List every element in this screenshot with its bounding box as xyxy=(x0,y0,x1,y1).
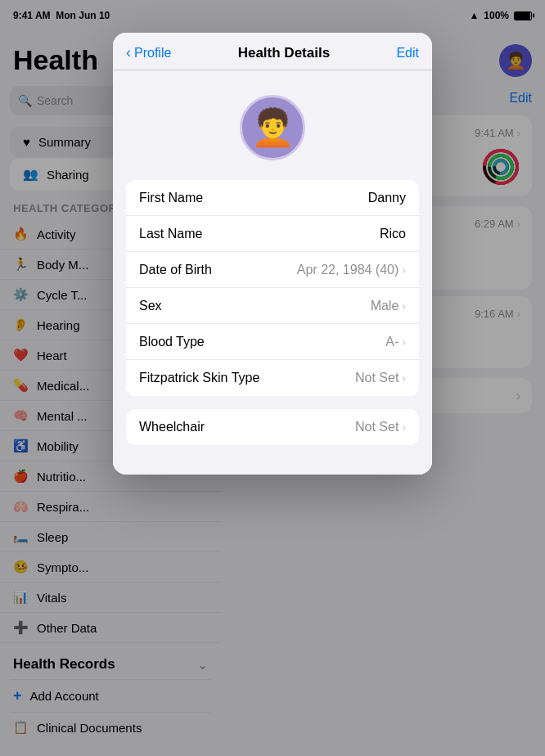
sex-value: Male xyxy=(371,299,399,313)
blood-type-value: A- xyxy=(385,335,399,349)
dob-label: Date of Birth xyxy=(139,263,212,277)
modal-title: Health Details xyxy=(238,45,330,61)
dob-row[interactable]: Date of Birth Apr 22, 1984 (40) › xyxy=(126,252,419,288)
back-chevron-icon: ‹ xyxy=(126,44,131,61)
last-name-value: Rico xyxy=(380,227,406,241)
blood-type-row[interactable]: Blood Type A- › xyxy=(126,324,419,360)
last-name-label: Last Name xyxy=(139,227,202,241)
wheelchair-label: Wheelchair xyxy=(139,420,205,434)
wheelchair-chevron-icon: › xyxy=(402,421,406,434)
wheelchair-row[interactable]: Wheelchair Not Set › xyxy=(126,409,419,445)
first-name-value: Danny xyxy=(368,191,406,205)
dob-chevron-icon: › xyxy=(402,263,406,277)
blood-type-chevron-icon: › xyxy=(402,335,406,349)
modal-form: First Name Danny Last Name Rico Date of … xyxy=(113,180,432,475)
wheelchair-section: Wheelchair Not Set › xyxy=(126,409,419,445)
skin-type-chevron-icon: › xyxy=(402,371,406,385)
modal-back-button[interactable]: ‹ Profile xyxy=(126,44,171,61)
modal-navbar: ‹ Profile Health Details Edit xyxy=(113,33,432,70)
modal-avatar: 🧑‍🦱 xyxy=(240,95,305,160)
basic-info-section: First Name Danny Last Name Rico Date of … xyxy=(126,180,419,396)
dob-value: Apr 22, 1984 (40) xyxy=(297,263,399,277)
modal-edit-button[interactable]: Edit xyxy=(396,46,419,61)
blood-type-label: Blood Type xyxy=(139,335,205,349)
modal-avatar-section: 🧑‍🦱 xyxy=(113,70,432,180)
first-name-row[interactable]: First Name Danny xyxy=(126,180,419,216)
first-name-label: First Name xyxy=(139,191,203,205)
modal-back-label: Profile xyxy=(134,46,171,61)
skin-type-value: Not Set xyxy=(355,371,399,385)
skin-type-row[interactable]: Fitzpatrick Skin Type Not Set › xyxy=(126,360,419,396)
sex-row[interactable]: Sex Male › xyxy=(126,288,419,324)
sex-chevron-icon: › xyxy=(402,299,406,313)
skin-type-label: Fitzpatrick Skin Type xyxy=(139,371,259,385)
last-name-row[interactable]: Last Name Rico xyxy=(126,216,419,252)
avatar-emoji: 🧑‍🦱 xyxy=(250,106,295,149)
sex-label: Sex xyxy=(139,299,162,313)
wheelchair-value: Not Set xyxy=(355,420,399,434)
health-details-modal: ‹ Profile Health Details Edit 🧑‍🦱 First … xyxy=(113,33,432,475)
modal-overlay: ‹ Profile Health Details Edit 🧑‍🦱 First … xyxy=(0,0,545,756)
